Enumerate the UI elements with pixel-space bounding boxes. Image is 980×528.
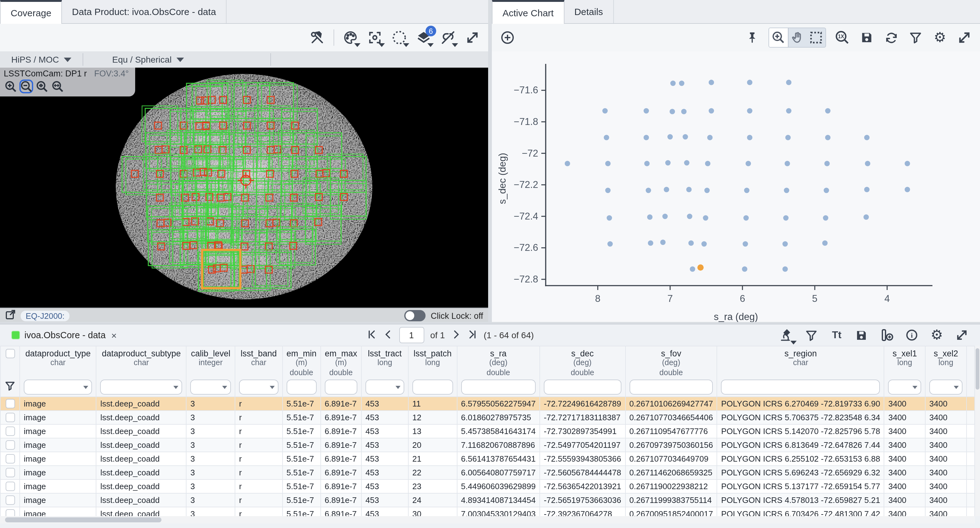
- expand-icon[interactable]: [465, 29, 480, 46]
- table-tab[interactable]: ivoa.ObsCore - data ×: [6, 329, 122, 342]
- chart-area[interactable]: −71.6−71.8−72−72.2−72.4−72.6−72.887654s_…: [492, 51, 980, 322]
- filter-select-dataproduct_type[interactable]: [24, 380, 92, 395]
- tab-coverage[interactable]: Coverage: [0, 0, 62, 24]
- tab-active-chart[interactable]: Active Chart: [492, 0, 564, 24]
- filter-icon[interactable]: [907, 29, 924, 46]
- horizontal-scrollbar[interactable]: [0, 516, 975, 523]
- filter-select-dataproduct_subtype[interactable]: [100, 380, 183, 395]
- row-checkbox[interactable]: [5, 427, 15, 436]
- filter-select-s_xel1[interactable]: [888, 380, 921, 395]
- row-checkbox[interactable]: [5, 455, 15, 464]
- add-column-icon[interactable]: [879, 327, 895, 343]
- layers-icon[interactable]: 6: [415, 29, 432, 46]
- column-header-s_ra[interactable]: s_ra(deg)double: [457, 346, 540, 378]
- filter-funnel-icon[interactable]: [0, 378, 20, 397]
- filter-select-s_xel2[interactable]: [929, 380, 963, 395]
- projection-dropdown[interactable]: Equ / Spherical: [101, 54, 195, 64]
- vertical-scrollbar[interactable]: [975, 346, 980, 516]
- first-page-icon[interactable]: [366, 329, 376, 341]
- refresh-icon[interactable]: [883, 29, 899, 46]
- last-page-icon[interactable]: [468, 329, 477, 341]
- coverage-map-canvas[interactable]: [0, 68, 488, 308]
- column-header-lsst_patch[interactable]: lsst_patchlong: [408, 346, 457, 378]
- select-all-header[interactable]: [0, 346, 20, 378]
- row-checkbox[interactable]: [5, 413, 15, 423]
- tools-icon[interactable]: [309, 29, 325, 46]
- row-checkbox[interactable]: [5, 399, 15, 409]
- table-row[interactable]: imagelsst.deep_coadd3r5.51e-76.891e-7453…: [0, 425, 975, 439]
- info-icon[interactable]: i: [904, 327, 920, 343]
- table-row[interactable]: imagelsst.deep_coadd3r5.51e-76.891e-7453…: [0, 397, 975, 411]
- hips-moc-dropdown[interactable]: HiPS / MOC: [0, 54, 83, 64]
- column-header-em_min[interactable]: em_min(m)double: [282, 346, 320, 378]
- row-checkbox[interactable]: [5, 468, 15, 478]
- row-checkbox[interactable]: [5, 496, 15, 505]
- save-icon[interactable]: [859, 29, 875, 46]
- close-icon[interactable]: ×: [111, 330, 117, 340]
- click-lock-toggle[interactable]: [404, 310, 426, 321]
- text-view-icon[interactable]: Tt: [829, 327, 845, 343]
- filter-input-s_fov[interactable]: [629, 380, 713, 395]
- row-checkbox[interactable]: [5, 509, 15, 517]
- column-header-lsst_tract[interactable]: lsst_tractlong: [361, 346, 408, 378]
- next-page-icon[interactable]: [451, 329, 461, 341]
- column-header-s_region[interactable]: s_regionchar: [717, 346, 884, 378]
- table-scroll-area[interactable]: dataproduct_typechardataproduct_subtypec…: [0, 346, 975, 516]
- color-palette-icon[interactable]: [342, 29, 359, 46]
- select-all-checkbox[interactable]: [5, 349, 15, 358]
- rect-select-icon[interactable]: [807, 28, 826, 47]
- row-checkbox[interactable]: [5, 440, 15, 450]
- filter-select-calib_level[interactable]: [191, 380, 231, 395]
- table-row[interactable]: imagelsst.deep_coadd3r5.51e-76.891e-7453…: [0, 480, 975, 494]
- column-header-dataproduct_type[interactable]: dataproduct_typechar: [20, 346, 96, 378]
- tab-details[interactable]: Details: [564, 0, 614, 23]
- expand-icon[interactable]: [954, 327, 970, 343]
- column-header-em_max[interactable]: em_max(m)double: [320, 346, 361, 378]
- external-link-icon[interactable]: [5, 309, 16, 322]
- coverage-map[interactable]: LSSTComCam: DP1 r FOV:3.4°: [0, 68, 488, 308]
- filter-input-s_ra[interactable]: [461, 380, 536, 395]
- filter-input-em_max[interactable]: [325, 380, 357, 395]
- recenter-icon[interactable]: [367, 29, 383, 46]
- add-chart-icon[interactable]: [500, 29, 515, 46]
- filter-input-lsst_patch[interactable]: [412, 380, 453, 395]
- zoom-fit-icon[interactable]: [35, 80, 49, 93]
- column-header-s_dec[interactable]: s_dec(deg)double: [540, 346, 625, 378]
- pan-icon[interactable]: [788, 28, 807, 47]
- save-icon[interactable]: [854, 327, 870, 343]
- zoom-in-icon[interactable]: [4, 80, 18, 93]
- zoom-out-icon[interactable]: [19, 80, 33, 93]
- filter-input-s_dec[interactable]: [544, 380, 621, 395]
- column-header-lsst_band[interactable]: lsst_bandchar: [235, 346, 282, 378]
- search-tools-icon[interactable]: [778, 327, 795, 343]
- settings-icon[interactable]: ⚙: [929, 327, 945, 343]
- tab-data-product[interactable]: Data Product: ivoa.ObsCore - data: [62, 0, 226, 23]
- column-header-dataproduct_subtype[interactable]: dataproduct_subtypechar: [96, 346, 186, 378]
- settings-icon[interactable]: ⚙: [932, 29, 948, 46]
- filter-icon[interactable]: [803, 327, 820, 343]
- table-row[interactable]: imagelsst.deep_coadd3r5.51e-76.891e-7453…: [0, 507, 975, 517]
- table-row[interactable]: imagelsst.deep_coadd3r5.51e-76.891e-7453…: [0, 466, 975, 480]
- filter-select-lsst_band[interactable]: [239, 380, 278, 395]
- column-header-calib_level[interactable]: calib_levelinteger: [186, 346, 235, 378]
- scatter-chart[interactable]: −71.6−71.8−72−72.2−72.4−72.6−72.887654s_…: [492, 51, 980, 322]
- zoom-1x-icon[interactable]: 1X: [834, 29, 850, 46]
- row-checkbox[interactable]: [5, 482, 15, 491]
- zoom-select-icon[interactable]: [769, 28, 788, 47]
- filter-input-s_region[interactable]: [721, 380, 880, 395]
- select-region-icon[interactable]: [391, 29, 407, 46]
- pin-icon[interactable]: [744, 29, 760, 46]
- column-header-s_fov[interactable]: s_fov(deg)double: [625, 346, 717, 378]
- table-row[interactable]: imagelsst.deep_coadd3r5.51e-76.891e-7453…: [0, 411, 975, 425]
- table-row[interactable]: imagelsst.deep_coadd3r5.51e-76.891e-7453…: [0, 439, 975, 452]
- column-header-spacer[interactable]: [967, 346, 975, 378]
- unlink-rows-icon[interactable]: [440, 29, 456, 46]
- filter-select-lsst_tract[interactable]: [366, 380, 404, 395]
- table-row[interactable]: imagelsst.deep_coadd3r5.51e-76.891e-7453…: [0, 452, 975, 466]
- zoom-fill-icon[interactable]: [51, 80, 64, 93]
- table-row[interactable]: imagelsst.deep_coadd3r5.51e-76.891e-7453…: [0, 494, 975, 507]
- filter-input-em_min[interactable]: [286, 380, 317, 395]
- page-input[interactable]: [399, 327, 424, 343]
- column-header-s_xel2[interactable]: s_xel2long: [925, 346, 967, 378]
- column-header-s_xel1[interactable]: s_xel1long: [884, 346, 925, 378]
